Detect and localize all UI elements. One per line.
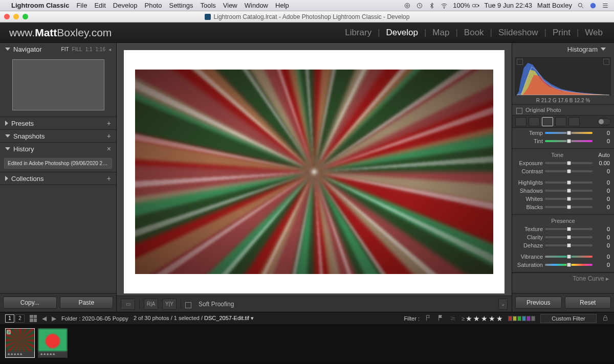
module-print[interactable]: Print xyxy=(551,28,573,38)
flag-picked-filter-icon[interactable] xyxy=(425,314,432,323)
filmstrip-count: 2 of 30 photos / 1 selected / DSC_2057-E… xyxy=(134,315,254,322)
battery-status[interactable]: 100% xyxy=(453,2,479,9)
zoom-ratio[interactable]: 1:16 xyxy=(96,47,105,52)
flag-rejected-filter-icon[interactable] xyxy=(437,314,444,323)
identity-plate[interactable]: www.MattBoxley.com xyxy=(9,27,112,39)
rating-geq-icon[interactable] xyxy=(449,314,456,323)
previous-button[interactable]: Previous xyxy=(515,297,562,309)
toolbar-chevron-icon[interactable]: ⌄ xyxy=(498,299,508,310)
dehaze-slider[interactable] xyxy=(545,244,593,246)
tone-curve-panel-header[interactable]: Tone Curve ▸ xyxy=(512,272,614,283)
crop-tool-icon[interactable] xyxy=(515,117,527,126)
battery-percent: 100% xyxy=(453,2,470,9)
grid-view-icon[interactable] xyxy=(30,315,37,322)
spot-removal-tool-icon[interactable] xyxy=(529,117,540,126)
menu-file[interactable]: File xyxy=(76,2,87,9)
menu-edit[interactable]: Edit xyxy=(94,2,105,9)
filter-lock-icon[interactable] xyxy=(602,314,609,323)
zoom-1-1[interactable]: 1:1 xyxy=(85,47,93,52)
before-after-tb-button[interactable]: Y|Y xyxy=(162,299,177,310)
contrast-slider[interactable] xyxy=(545,170,593,172)
histogram-panel-header[interactable]: Histogram xyxy=(512,43,614,55)
filmstrip-folder[interactable]: Folder : 2020-06-05 Poppy xyxy=(61,315,128,322)
soft-proofing-checkbox[interactable] xyxy=(185,302,191,308)
chevron-down-icon xyxy=(601,48,606,51)
zoom-fit[interactable]: FIT xyxy=(61,47,69,52)
menu-develop[interactable]: Develop xyxy=(113,2,138,9)
radial-filter-tool-icon[interactable] xyxy=(568,117,580,126)
main-image[interactable] xyxy=(135,70,493,274)
menu-view[interactable]: View xyxy=(223,2,237,9)
loupe-view-button[interactable]: ▭ xyxy=(121,299,135,310)
before-after-lr-button[interactable]: R|A xyxy=(144,299,158,310)
zoom-fill[interactable]: FILL xyxy=(72,47,82,52)
module-library[interactable]: Library xyxy=(343,28,374,38)
panel-switch-toggle[interactable] xyxy=(598,118,611,125)
tint-slider[interactable] xyxy=(545,140,593,142)
module-develop[interactable]: Develop xyxy=(384,28,420,38)
filmstrip[interactable]: 2 ★★★★★ 2 ★★★★★ xyxy=(0,324,614,362)
time-machine-icon[interactable] xyxy=(416,2,423,9)
navigator-preview[interactable] xyxy=(12,59,104,110)
history-step[interactable]: Edited in Adobe Photoshop (09/06/2020 2… xyxy=(4,158,112,169)
menubar-user[interactable]: Matt Boxley xyxy=(537,2,572,9)
menu-settings[interactable]: Settings xyxy=(169,2,193,9)
filmstrip-thumbnail[interactable]: 2 ★★★★★ xyxy=(38,328,68,358)
vibrance-slider[interactable] xyxy=(545,256,593,258)
star-rating-filter[interactable]: ≥ ★★★★★ xyxy=(462,314,503,323)
wifi-icon[interactable] xyxy=(441,2,448,9)
menu-window[interactable]: Window xyxy=(245,2,268,9)
paste-settings-button[interactable]: Paste xyxy=(60,297,114,309)
siri-icon[interactable] xyxy=(589,2,597,9)
shadows-slider[interactable] xyxy=(545,190,593,192)
module-book[interactable]: Book xyxy=(462,28,486,38)
bluetooth-icon[interactable] xyxy=(428,2,435,9)
menubar-datetime[interactable]: Tue 9 Jun 22:43 xyxy=(485,2,532,9)
window-zoom-button[interactable] xyxy=(23,14,28,19)
menu-help[interactable]: Help xyxy=(275,2,289,9)
module-map[interactable]: Map xyxy=(430,28,451,38)
window-close-button[interactable] xyxy=(4,14,10,19)
clear-history-icon[interactable]: × xyxy=(107,145,111,153)
menu-photo[interactable]: Photo xyxy=(144,2,162,9)
spotlight-icon[interactable] xyxy=(577,2,584,9)
add-collection-icon[interactable]: + xyxy=(107,174,111,183)
navigator-panel-header[interactable]: Navigator FIT FILL 1:1 1:16 ◂ xyxy=(0,43,116,55)
auto-tone-button[interactable]: Auto xyxy=(598,152,610,158)
module-web[interactable]: Web xyxy=(583,28,605,38)
whites-slider[interactable] xyxy=(545,198,593,200)
copy-settings-button[interactable]: Copy... xyxy=(3,297,57,309)
graduated-filter-tool-icon[interactable] xyxy=(555,117,566,126)
snapshots-panel-header[interactable]: Snapshots + xyxy=(0,130,116,142)
add-preset-icon[interactable]: + xyxy=(107,119,111,127)
reset-button[interactable]: Reset xyxy=(565,297,611,309)
presets-panel-header[interactable]: Presets + xyxy=(0,117,116,129)
filmstrip-resize-gripper[interactable] xyxy=(0,362,614,364)
custom-filter-button[interactable]: Custom Filter xyxy=(540,314,597,323)
history-panel-header[interactable]: History × xyxy=(0,143,116,155)
nav-forward-icon[interactable]: ▶ xyxy=(52,315,56,322)
original-photo-checkbox[interactable] xyxy=(516,108,522,114)
histogram[interactable] xyxy=(515,57,611,96)
add-snapshot-icon[interactable]: + xyxy=(107,132,111,140)
redeye-tool-icon[interactable] xyxy=(542,117,553,126)
blacks-slider[interactable] xyxy=(545,206,593,208)
window-minimize-button[interactable] xyxy=(13,14,19,19)
secondary-display-1[interactable]: 1 xyxy=(5,314,14,323)
clarity-slider[interactable] xyxy=(545,236,593,238)
cc-sync-icon[interactable] xyxy=(404,2,411,9)
exposure-slider[interactable] xyxy=(545,162,593,164)
menu-tools[interactable]: Tools xyxy=(200,2,215,9)
highlights-slider[interactable] xyxy=(545,181,593,184)
filmstrip-thumbnail[interactable]: 2 ★★★★★ xyxy=(5,328,35,358)
color-label-filter[interactable] xyxy=(508,316,535,321)
menubar-app-name[interactable]: Lightroom Classic xyxy=(11,2,69,9)
saturation-slider[interactable] xyxy=(545,264,593,266)
notification-center-icon[interactable] xyxy=(602,2,609,9)
texture-slider[interactable] xyxy=(545,228,593,230)
temp-slider[interactable] xyxy=(545,132,593,134)
secondary-display-2[interactable]: 2 xyxy=(15,314,25,323)
nav-back-icon[interactable]: ◀ xyxy=(42,315,47,322)
collections-panel-header[interactable]: Collections + xyxy=(0,172,116,185)
module-slideshow[interactable]: Slideshow xyxy=(496,28,540,38)
